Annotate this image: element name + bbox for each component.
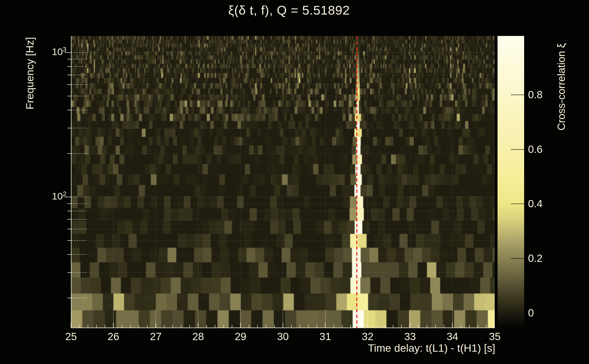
heatmap-plot-area (62, 35, 495, 329)
x-tick-label: 31 (320, 330, 331, 343)
x-tick-label: 28 (192, 330, 204, 343)
x-axis-title: Time delay: t(L1) - t(H1) [s] (368, 342, 495, 354)
colorbar-tick (511, 149, 524, 150)
plot-title: ξ(δ t, f), Q = 5.51892 (228, 3, 350, 18)
x-tick-label: 33 (404, 330, 416, 343)
colorbar-tick-label: 0.6 (528, 143, 543, 155)
y-axis-title: Frequency [Hz] (23, 37, 36, 110)
colorbar-tick-label: 0.4 (528, 197, 543, 210)
x-tick-label: 34 (446, 330, 458, 343)
colorbar-title: Cross-correlation ξ (555, 43, 567, 130)
x-tick-label: 32 (362, 330, 373, 343)
colorbar-tick (511, 258, 524, 259)
colorbar-tick-label: 0 (528, 307, 534, 319)
x-tick-label: 27 (150, 330, 162, 343)
y-tick-label: 102 (39, 190, 66, 202)
root-canvas: ξ(δ t, f), Q = 5.51892 Frequency [Hz] Ti… (0, 0, 589, 364)
x-tick-label: 26 (108, 330, 119, 343)
colorbar-tick (511, 313, 524, 313)
colorbar-tick (511, 204, 524, 204)
colorbar-tick-label: 0.2 (528, 252, 543, 264)
colorbar-tick-label: 0.8 (528, 89, 543, 101)
x-tick-label: 29 (235, 330, 246, 343)
colorbar-gradient (497, 36, 524, 326)
x-tick-label: 35 (489, 330, 500, 343)
colorbar-tick (511, 95, 524, 95)
y-tick-label: 103 (39, 46, 66, 57)
x-tick-label: 30 (277, 330, 288, 343)
x-tick-label: 25 (65, 330, 77, 343)
